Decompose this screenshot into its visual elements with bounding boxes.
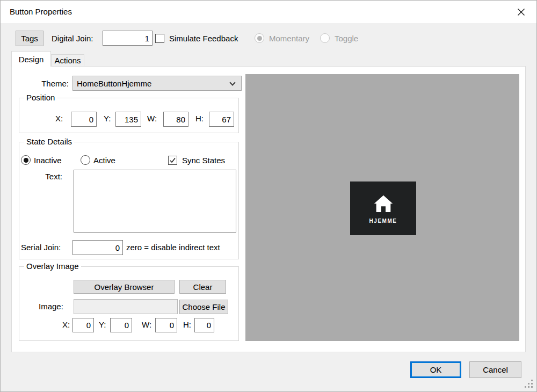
overlay-image-group: Overlay Image Overlay Browser Clear Imag… <box>19 266 239 341</box>
close-icon <box>517 8 525 16</box>
checkmark-icon <box>169 157 176 164</box>
clear-button[interactable]: Clear <box>179 280 226 294</box>
toggle-radio[interactable] <box>320 33 330 43</box>
active-label: Active <box>93 156 115 165</box>
overlay-x-input[interactable] <box>72 318 94 332</box>
image-label: Image: <box>39 302 63 311</box>
text-label: Text: <box>43 172 62 181</box>
ok-button[interactable]: OK <box>410 361 461 378</box>
theme-selected-value: HomeButtonHjemme <box>77 79 151 88</box>
design-tab-page: Theme: HomeButtonHjemme Position X: Y: W… <box>11 66 526 352</box>
tab-actions[interactable]: Actions <box>51 54 84 66</box>
position-h-input[interactable] <box>209 112 234 127</box>
inactive-radio[interactable] <box>21 155 31 165</box>
simulate-feedback-checkbox[interactable] <box>155 34 164 43</box>
digital-join-input[interactable] <box>103 31 153 46</box>
sync-states-checkbox[interactable] <box>168 156 177 165</box>
overlay-w-label: W: <box>142 320 151 329</box>
serial-join-hint: zero = disable indirect text <box>126 243 220 252</box>
overlay-x-label: X: <box>62 320 70 329</box>
position-h-label: H: <box>195 114 204 123</box>
toggle-label: Toggle <box>335 34 358 43</box>
radio-dot <box>24 158 28 163</box>
overlay-image-legend: Overlay Image <box>24 262 81 271</box>
close-button[interactable] <box>512 5 530 19</box>
cancel-button[interactable]: Cancel <box>469 361 521 378</box>
tab-design[interactable]: Design <box>11 51 51 67</box>
button-text-textarea[interactable] <box>74 170 236 233</box>
position-w-label: W: <box>147 114 157 123</box>
position-y-label: Y: <box>104 114 111 123</box>
overlay-w-input[interactable] <box>155 318 177 332</box>
overlay-h-input[interactable] <box>194 318 214 332</box>
resize-grip-icon[interactable] <box>531 386 533 388</box>
position-x-input[interactable] <box>71 112 97 127</box>
overlay-y-label: Y: <box>99 320 106 329</box>
titlebar: Button Properties <box>1 1 536 23</box>
momentary-radio[interactable] <box>255 33 264 43</box>
serial-join-input[interactable] <box>72 240 123 255</box>
position-legend: Position <box>24 93 57 102</box>
state-details-group: State Details Inactive Active Sync State… <box>19 142 239 259</box>
tags-button[interactable]: Tags <box>16 31 43 46</box>
momentary-label: Momentary <box>269 34 309 43</box>
preview-button-label: HJEMME <box>369 218 397 224</box>
simulate-feedback-label: Simulate Feedback <box>169 34 238 43</box>
position-w-input[interactable] <box>163 112 188 127</box>
preview-canvas: HJEMME <box>245 74 519 341</box>
overlay-y-input[interactable] <box>110 318 132 332</box>
choose-file-button[interactable]: Choose File <box>179 300 228 314</box>
home-icon <box>373 193 394 215</box>
theme-dropdown[interactable]: HomeButtonHjemme <box>72 76 242 91</box>
dialog-title: Button Properties <box>10 1 72 23</box>
position-group: Position X: Y: W: H: <box>19 98 239 133</box>
state-details-legend: State Details <box>24 137 74 146</box>
sync-states-label: Sync States <box>182 156 225 165</box>
preview-button[interactable]: HJEMME <box>350 182 416 235</box>
digital-join-label: Digital Join: <box>52 34 93 43</box>
theme-label: Theme: <box>32 79 69 88</box>
chevron-down-icon <box>229 79 235 85</box>
button-properties-dialog: Button Properties Tags Digital Join: Sim… <box>0 0 537 392</box>
radio-dot <box>257 36 262 41</box>
inactive-label: Inactive <box>34 156 62 165</box>
position-x-label: X: <box>55 114 63 123</box>
position-y-input[interactable] <box>115 112 141 127</box>
overlay-browser-button[interactable]: Overlay Browser <box>74 280 175 294</box>
serial-join-label: Serial Join: <box>21 243 61 252</box>
image-path-input[interactable] <box>74 299 178 314</box>
active-radio[interactable] <box>81 155 90 165</box>
overlay-h-label: H: <box>183 320 191 329</box>
